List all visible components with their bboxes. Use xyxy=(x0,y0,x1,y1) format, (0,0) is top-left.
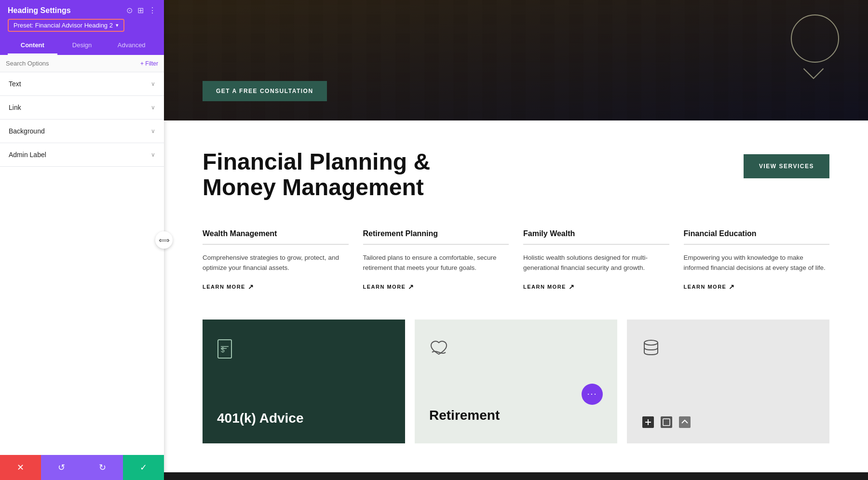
accordion-chevron-background-icon: ∨ xyxy=(151,128,155,134)
svg-rect-10 xyxy=(679,416,691,428)
card-copy-icon[interactable] xyxy=(660,415,673,429)
service-divider-retirement xyxy=(363,244,509,245)
accordion-item-text: Text ∨ xyxy=(0,72,164,96)
bottom-bar: ✕ ↺ ↻ ✓ xyxy=(0,455,164,480)
hero-section: GET A FREE CONSULTATION xyxy=(164,0,868,120)
redo-icon: ↻ xyxy=(99,462,106,473)
learn-more-arrow-retirement-icon: ↗ xyxy=(408,283,415,291)
view-services-button[interactable]: VIEW SERVICES xyxy=(744,154,829,178)
learn-more-family[interactable]: LEARN MORE ↗ xyxy=(523,283,669,291)
accordion-item-link: Link ∨ xyxy=(0,96,164,120)
service-card-education: Financial Education Empowering you with … xyxy=(684,229,830,291)
service-desc-wealth: Comprehensive strategies to grow, protec… xyxy=(203,253,349,273)
preset-chevron-icon: ▾ xyxy=(116,22,119,28)
hero-texture xyxy=(164,0,868,120)
save-icon: ✓ xyxy=(140,462,147,473)
accordion-chevron-admin-label-icon: ∨ xyxy=(151,151,155,158)
service-title-retirement: Retirement Planning xyxy=(363,229,509,238)
accordion-header-text[interactable]: Text ∨ xyxy=(0,72,164,95)
feature-cards-row: $ 401(k) Advice ··· Retiremen xyxy=(203,320,829,443)
service-card-wealth: Wealth Management Comprehensive strategi… xyxy=(203,229,349,291)
service-desc-family: Holistic wealth solutions designed for m… xyxy=(523,253,669,273)
hero-cta-label: GET A FREE CONSULTATION xyxy=(216,88,313,94)
accordion-label-admin-label: Admin Label xyxy=(9,151,46,159)
accordion-label-background: Background xyxy=(9,127,45,135)
tab-content[interactable]: Content xyxy=(8,37,57,55)
learn-more-arrow-wealth-icon: ↗ xyxy=(248,283,255,291)
accordion-header-background[interactable]: Background ∨ xyxy=(0,120,164,143)
tab-advanced[interactable]: Advanced xyxy=(107,37,156,55)
columns-icon[interactable]: ⊞ xyxy=(137,6,144,15)
panel-resize-handle[interactable]: ⟺ xyxy=(155,231,173,249)
learn-more-label-education: LEARN MORE xyxy=(684,284,727,290)
service-divider-family xyxy=(523,244,669,245)
learn-more-education[interactable]: LEARN MORE ↗ xyxy=(684,283,830,291)
feature-card-401k: $ 401(k) Advice xyxy=(203,320,405,443)
page-preview: GET A FREE CONSULTATION Financial Planni… xyxy=(164,0,868,480)
panel-header-icons: ⊙ ⊞ ⋮ xyxy=(126,6,156,15)
accordion-label-link: Link xyxy=(9,104,21,111)
card-edit-icon[interactable] xyxy=(641,415,655,429)
service-card-family: Family Wealth Holistic wealth solutions … xyxy=(523,229,669,291)
main-heading: Financial Planning & Money Management xyxy=(203,149,430,200)
learn-more-arrow-education-icon: ↗ xyxy=(729,283,735,291)
feature-card-coins xyxy=(627,320,829,443)
service-divider-education xyxy=(684,244,830,245)
cancel-button[interactable]: ✕ xyxy=(0,455,41,480)
service-desc-education: Empowering you with knowledge to make in… xyxy=(684,253,830,273)
tab-design[interactable]: Design xyxy=(57,37,107,55)
resize-arrows-icon: ⟺ xyxy=(159,236,170,245)
svg-point-4 xyxy=(644,340,658,345)
circle-decoration xyxy=(791,14,839,63)
svg-text:$: $ xyxy=(221,346,225,354)
accordion-chevron-text-icon: ∨ xyxy=(151,80,155,87)
more-options-icon[interactable]: ⋮ xyxy=(149,6,156,15)
learn-more-arrow-family-icon: ↗ xyxy=(569,283,575,291)
chat-bubble-card[interactable]: ··· xyxy=(582,384,603,405)
main-top-row: Financial Planning & Money Management VI… xyxy=(203,149,829,200)
card-up-icon[interactable] xyxy=(678,415,692,429)
svg-rect-8 xyxy=(661,416,672,428)
accordion-item-background: Background ∨ xyxy=(0,120,164,143)
save-button[interactable]: ✓ xyxy=(123,455,164,480)
get-consultation-button[interactable]: GET A FREE CONSULTATION xyxy=(203,81,327,101)
panel-header: Heading Settings ⊙ ⊞ ⋮ Preset: Financial… xyxy=(0,0,164,55)
card-icon-401k: $ xyxy=(217,339,391,362)
main-section: Financial Planning & Money Management VI… xyxy=(164,120,868,472)
service-card-retirement: Retirement Planning Tailored plans to en… xyxy=(363,229,509,291)
accordion-item-admin-label: Admin Label ∨ xyxy=(0,143,164,167)
search-row: + Filter xyxy=(0,55,164,72)
learn-more-label-wealth: LEARN MORE xyxy=(203,284,245,290)
preset-selector[interactable]: Preset: Financial Advisor Heading 2 ▾ xyxy=(8,19,124,32)
learn-more-wealth[interactable]: LEARN MORE ↗ xyxy=(203,283,349,291)
undo-button[interactable]: ↺ xyxy=(41,455,82,480)
accordion-header-link[interactable]: Link ∨ xyxy=(0,96,164,119)
accordion-header-admin-label[interactable]: Admin Label ∨ xyxy=(0,143,164,166)
accordion: Text ∨ Link ∨ Background ∨ Admin Label ∨ xyxy=(0,72,164,480)
accordion-chevron-link-icon: ∨ xyxy=(151,104,155,111)
redo-button[interactable]: ↻ xyxy=(82,455,123,480)
heading-line2: Money Management xyxy=(203,174,424,200)
panel-tabs: Content Design Advanced xyxy=(8,37,156,55)
view-services-label: VIEW SERVICES xyxy=(759,163,814,170)
service-title-family: Family Wealth xyxy=(523,229,669,238)
learn-more-retirement[interactable]: LEARN MORE ↗ xyxy=(363,283,509,291)
preset-label: Preset: Financial Advisor Heading 2 xyxy=(14,22,113,29)
services-grid: Wealth Management Comprehensive strategi… xyxy=(203,229,829,291)
panel-title: Heading Settings xyxy=(8,6,71,15)
settings-panel: Heading Settings ⊙ ⊞ ⋮ Preset: Financial… xyxy=(0,0,164,480)
learn-more-label-retirement: LEARN MORE xyxy=(363,284,406,290)
service-title-education: Financial Education xyxy=(684,229,830,238)
service-desc-retirement: Tailored plans to ensure a comfortable, … xyxy=(363,253,509,273)
card-action-icons xyxy=(641,415,815,429)
filter-label: + Filter xyxy=(140,60,158,67)
panel-title-row: Heading Settings ⊙ ⊞ ⋮ xyxy=(8,6,156,19)
search-input[interactable] xyxy=(6,60,140,67)
target-icon[interactable]: ⊙ xyxy=(126,6,133,15)
learn-more-label-family: LEARN MORE xyxy=(523,284,566,290)
undo-icon: ↺ xyxy=(58,462,65,473)
service-title-wealth: Wealth Management xyxy=(203,229,349,238)
service-divider-wealth xyxy=(203,244,349,245)
filter-button[interactable]: + Filter xyxy=(140,60,158,67)
svg-rect-0 xyxy=(218,340,231,358)
